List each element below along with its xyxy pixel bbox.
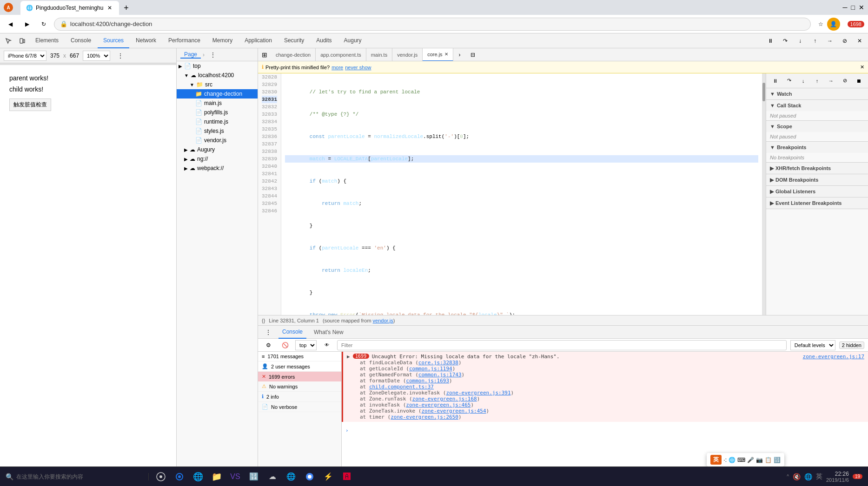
step-out-button[interactable]: ↑ <box>808 34 822 47</box>
new-tab-button[interactable]: + <box>119 1 133 15</box>
taskbar-search-input[interactable] <box>16 473 143 480</box>
tab-memory[interactable]: Memory <box>207 33 238 48</box>
tab-elements[interactable]: Elements <box>30 33 64 48</box>
code-tab-app-component[interactable]: app.component.ts <box>316 48 366 61</box>
tab-sources[interactable]: Sources <box>98 33 129 48</box>
dom-breakpoints-header[interactable]: ▶ DOM Breakpoints <box>766 174 868 185</box>
global-listeners-header[interactable]: ▶ Global Listeners <box>766 186 868 197</box>
step-over[interactable]: ↷ <box>783 74 796 87</box>
step-into-button[interactable]: ↓ <box>794 34 807 47</box>
console-tab[interactable]: Console <box>278 326 306 339</box>
taskbar-calc[interactable]: 🔢 <box>245 468 262 485</box>
resume-step[interactable]: → <box>824 74 837 87</box>
refresh-button[interactable]: ↻ <box>37 18 50 31</box>
maximize-button[interactable]: □ <box>851 4 855 11</box>
console-context-select[interactable]: top <box>295 340 317 350</box>
sogou-mic-icon[interactable]: 🎤 <box>747 457 754 463</box>
watch-header[interactable]: ▼ Watch <box>766 88 868 99</box>
tree-item-runtime[interactable]: 📄 runtime.js <box>177 117 258 126</box>
pause-button[interactable]: ⏸ <box>764 34 777 47</box>
tab-console[interactable]: Console <box>65 33 97 48</box>
code-tab-change-dection[interactable]: change-dection <box>271 48 316 61</box>
event-listener-header[interactable]: ▶ Event Listener Breakpoints <box>766 197 868 209</box>
never-show-link[interactable]: never show <box>345 65 371 70</box>
back-button[interactable]: ◀ <box>4 18 17 31</box>
page-tab[interactable]: Page <box>180 51 201 59</box>
tab-audits[interactable]: Audits <box>311 33 337 48</box>
forward-button[interactable]: ▶ <box>20 18 33 31</box>
console-input[interactable] <box>351 427 864 433</box>
device-select[interactable]: iPhone 6/7/8 <box>4 51 46 61</box>
taskbar-start[interactable] <box>152 468 169 485</box>
tab-network[interactable]: Network <box>130 33 162 48</box>
step-into[interactable]: ↓ <box>797 74 810 87</box>
close-button[interactable]: ✕ <box>859 4 864 11</box>
step-out[interactable]: ↑ <box>811 74 824 87</box>
code-split-button[interactable]: ⊟ <box>466 48 479 61</box>
taskbar-cortana[interactable] <box>171 468 188 485</box>
url-bar[interactable]: 🔒 localhost:4200/change-dection <box>54 18 811 31</box>
sogou-dot-icon[interactable]: ·: <box>723 457 727 463</box>
console-settings[interactable]: ⚙ <box>262 339 275 352</box>
inspect-element-button[interactable] <box>2 34 15 47</box>
stop-debugger[interactable]: ⏹ <box>852 74 865 87</box>
taskbar-vs[interactable]: VS <box>227 468 244 485</box>
taskbar-explorer[interactable]: 📁 <box>208 468 225 485</box>
more-link[interactable]: more <box>331 65 343 70</box>
deactivate-bp[interactable]: ⊘ <box>838 74 851 87</box>
code-tabs-expand[interactable]: ⊞ <box>258 48 271 61</box>
error-source-link[interactable]: zone-evergreen.js:17 <box>803 354 864 360</box>
trigger-button[interactable]: 触发脏值检查 <box>9 99 51 111</box>
close-devtools[interactable]: ✕ <box>853 34 866 47</box>
pause-debugger[interactable]: ⏸ <box>769 74 782 87</box>
sogou-photo-icon[interactable]: 📷 <box>756 457 763 463</box>
user-messages-filter[interactable]: 👤 2 user messages <box>258 361 341 372</box>
tree-item-src[interactable]: ▼ 📁 src <box>177 80 258 89</box>
device-toolbar-toggle[interactable] <box>16 34 29 47</box>
taskbar-ie[interactable]: 🌐 <box>190 468 206 485</box>
code-tabs-overflow[interactable]: › <box>453 48 466 61</box>
sogou-keyboard-icon[interactable]: ⌨ <box>737 457 745 463</box>
taskbar-onedrive[interactable]: ☁ <box>264 468 281 485</box>
code-tab-main[interactable]: main.ts <box>366 48 392 61</box>
user-avatar[interactable]: 👤 <box>827 18 840 31</box>
console-filter-input[interactable] <box>337 340 787 350</box>
tree-item-change-dection[interactable]: 📁 change-dection <box>177 89 258 99</box>
minimize-button[interactable]: ─ <box>843 4 848 11</box>
tree-item-main-js[interactable]: 📄 main.js <box>177 99 258 108</box>
taskbar-browser[interactable]: 🌐 <box>283 468 299 485</box>
file-tree-more[interactable]: ⋮ <box>206 48 219 61</box>
error-expand-btn[interactable]: ▶ <box>347 354 350 360</box>
deactivate-breakpoints[interactable]: ⊘ <box>838 34 851 47</box>
code-tab-vendor[interactable]: vendor.js <box>392 48 423 61</box>
tree-item-ng[interactable]: ▶ ☁ ng:// <box>177 154 258 164</box>
preserve-log-toggle[interactable]: 👁 <box>320 339 333 352</box>
sogou-more-icon[interactable]: 🔢 <box>774 457 781 463</box>
console-more-button[interactable]: ⋮ <box>262 326 275 339</box>
tab-security[interactable]: Security <box>278 33 310 48</box>
code-tab-core[interactable]: core.js ✕ <box>423 48 453 61</box>
tree-item-polyfills[interactable]: 📄 polyfills.js <box>177 108 258 117</box>
vertical-scrollbar[interactable] <box>762 73 766 315</box>
xhr-breakpoints-header[interactable]: ▶ XHR/fetch Breakpoints <box>766 163 868 174</box>
tab-close-button[interactable]: ✕ <box>106 4 113 12</box>
step-over-button[interactable]: ↷ <box>779 34 792 47</box>
tree-item-augury[interactable]: ▶ ☁ Augury <box>177 145 258 154</box>
all-messages-filter[interactable]: ≡ 1701 messages <box>258 352 341 361</box>
step-button[interactable]: → <box>823 34 836 47</box>
code-tab-close[interactable]: ✕ <box>444 52 448 57</box>
whats-new-tab[interactable]: What's New <box>310 326 347 339</box>
call-stack-header[interactable]: ▼ Call Stack <box>766 100 868 111</box>
sogou-globe-icon[interactable]: 🌐 <box>729 457 735 463</box>
verbose-filter[interactable]: 📄 No verbose <box>258 402 341 412</box>
tree-item-webpack[interactable]: ▶ ☁ webpack:// <box>177 164 258 173</box>
zoom-select[interactable]: 100% <box>83 51 110 61</box>
sogou-lang-indicator[interactable]: 英 <box>710 455 722 465</box>
info-filter[interactable]: ℹ 2 info <box>258 392 341 402</box>
warnings-filter[interactable]: ⚠ No warnings <box>258 381 341 392</box>
bookmark-icon[interactable]: ☆ <box>818 21 823 27</box>
tab-application[interactable]: Application <box>239 33 278 48</box>
clear-console[interactable]: 🚫 <box>278 339 292 352</box>
default-levels-select[interactable]: Default levels <box>790 340 835 350</box>
browser-tab-active[interactable]: 🌐 PingduoduoTest_heminghu ✕ <box>20 1 119 15</box>
